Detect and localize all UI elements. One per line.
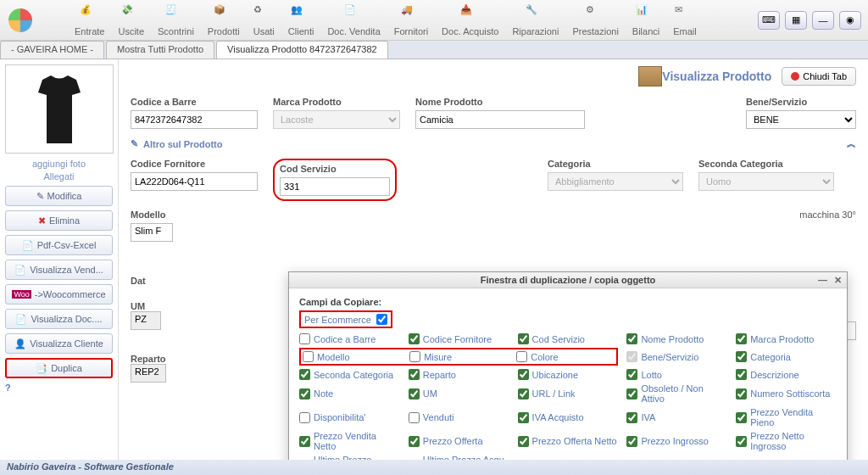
checkbox-url[interactable]: [518, 388, 529, 400]
checkbox-codice_barre[interactable]: [299, 333, 310, 344]
toolbar-entrate[interactable]: 💰Entrate: [75, 4, 104, 36]
bene-select[interactable]: BENE: [746, 110, 856, 129]
modal-minimize[interactable]: —: [818, 275, 827, 286]
categoria-select[interactable]: Abbigliamento: [548, 172, 683, 191]
tab-view-product[interactable]: Visualizza Prodotto 8472372647382: [216, 41, 388, 59]
check-cod-servizio[interactable]: Cod Servizio: [518, 333, 619, 344]
checkbox-obsoleto[interactable]: [626, 388, 637, 400]
attachments-link[interactable]: Allegati: [5, 171, 113, 182]
view-client-button[interactable]: 👤Visualizza Cliente: [5, 333, 113, 354]
checkbox-seconda_categoria[interactable]: [299, 369, 310, 380]
tile-button[interactable]: ▦: [785, 11, 807, 30]
checkbox-codice_fornitore[interactable]: [409, 333, 420, 344]
toolbar-doc--acquisto[interactable]: 📥Doc. Acquisto: [442, 4, 498, 36]
checkbox-misure[interactable]: [409, 351, 420, 362]
help-icon[interactable]: ?: [5, 383, 113, 393]
toolbar-usati[interactable]: ♻Usati: [253, 4, 275, 36]
checkbox-marca_prodotto[interactable]: [736, 333, 747, 344]
check-ricarico[interactable]: %Ricarico: [518, 455, 619, 460]
toolbar-fornitori[interactable]: 🚚Fornitori: [394, 4, 428, 36]
checkbox-pv_pieno[interactable]: [736, 412, 747, 423]
check-pv-netto[interactable]: Prezzo Vendita Netto: [299, 431, 400, 451]
checkbox-modello[interactable]: [303, 351, 314, 362]
checkbox-bene_servizio[interactable]: [626, 351, 637, 362]
check-iva-acq[interactable]: IVA Acquisto: [518, 407, 619, 428]
check-lotto[interactable]: Lotto: [626, 369, 727, 380]
check-ult-prezzo-acq-netto[interactable]: Ultimo Prezzo Acqu. Netto: [409, 455, 509, 460]
duplica-button[interactable]: 📑Duplica: [5, 358, 113, 378]
check-p-ingrosso[interactable]: Prezzo Ingrosso: [626, 431, 727, 451]
toolbar-email[interactable]: ✉Email: [673, 4, 697, 36]
check-codice-barre[interactable]: Codice a Barre: [299, 333, 400, 344]
checkbox-um[interactable]: [409, 388, 420, 400]
check-iva[interactable]: IVA: [626, 407, 727, 428]
check-reparto[interactable]: Reparto: [409, 369, 509, 380]
check-disponibilita[interactable]: Disponibilita': [299, 407, 400, 428]
toolbar-prestazioni[interactable]: ⚙Prestazioni: [572, 4, 618, 36]
checkbox-ubicazione[interactable]: [518, 369, 529, 380]
checkbox-iva[interactable]: [626, 412, 637, 423]
checkbox-ult_prezzo_acq[interactable]: [299, 460, 310, 461]
check-p-offerta[interactable]: Prezzo Offerta: [409, 431, 509, 451]
checkbox-p_offerta[interactable]: [409, 436, 420, 447]
check-num-sotto[interactable]: Numero Sottiscorta: [736, 383, 837, 404]
um-input[interactable]: PZ: [131, 311, 161, 330]
keyboard-button[interactable]: ⌨: [758, 11, 780, 30]
check-seconda-categoria[interactable]: Seconda Categoria: [299, 369, 400, 380]
checkbox-iva_acq[interactable]: [518, 412, 529, 423]
check-note[interactable]: Note: [299, 383, 400, 404]
toolbar-riparazioni[interactable]: 🔧Riparazioni: [512, 4, 559, 36]
checkbox-disponibilita[interactable]: [299, 412, 310, 423]
check-data-scad[interactable]: Data Scadenza: [626, 455, 727, 460]
close-tab-button[interactable]: Chiudi Tab: [782, 67, 856, 86]
check-bene-servizio[interactable]: Bene/Servizio: [626, 348, 727, 366]
modello-input[interactable]: Slim F: [131, 223, 173, 242]
view-doc-button[interactable]: 📄Visualizza Doc....: [5, 309, 113, 329]
check-pv-pieno[interactable]: Prezzo Vendita Pieno: [736, 407, 837, 428]
check-colore[interactable]: Colore: [516, 351, 615, 362]
cod-fornitore-input[interactable]: [131, 172, 258, 191]
toolbar-scontrini[interactable]: 🧾Scontrini: [158, 4, 194, 36]
marca-select[interactable]: Lacoste: [273, 110, 400, 129]
pdfcsv-button[interactable]: 📄Pdf-Csv-Excel: [5, 235, 113, 255]
elimina-button[interactable]: ✖Elimina: [5, 210, 113, 231]
toolbar-uscite[interactable]: 💸Uscite: [118, 4, 144, 36]
circle-button[interactable]: ◉: [839, 11, 861, 30]
checkbox-data_scad[interactable]: [626, 460, 637, 461]
checkbox-reparto[interactable]: [409, 369, 420, 380]
toolbar-prodotti[interactable]: 📦Prodotti: [208, 4, 240, 36]
check-nome-prodotto[interactable]: Nome Prodotto: [626, 333, 727, 344]
check-descrizione[interactable]: Descrizione: [736, 369, 837, 380]
checkbox-note[interactable]: [299, 388, 310, 400]
checkbox-categoria[interactable]: [736, 351, 747, 362]
add-photo-link[interactable]: aggiungi foto: [5, 159, 113, 169]
toolbar-clienti[interactable]: 👥Clienti: [288, 4, 314, 36]
check-ult-prezzo-acq[interactable]: Ultimo Prezzo Acquisto: [299, 455, 400, 460]
checkbox-ricarico[interactable]: [518, 460, 529, 461]
check-misure[interactable]: Misure: [409, 351, 508, 362]
checkbox-nome_prodotto[interactable]: [626, 333, 637, 344]
tab-home[interactable]: - GAVEIRA HOME -: [0, 41, 104, 59]
check-venduti[interactable]: Venduti: [409, 407, 509, 428]
checkbox-pv_netto[interactable]: [299, 436, 310, 447]
check-ubicazione[interactable]: Ubicazione: [518, 369, 619, 380]
checkbox-lotto[interactable]: [626, 369, 637, 380]
check-obsoleto[interactable]: Obsoleto / Non Attivo: [626, 383, 727, 404]
checkbox-cod_servizio[interactable]: [518, 333, 529, 344]
codice-barre-input[interactable]: [131, 110, 258, 129]
check-codice-fornitore[interactable]: Codice Fornitore: [409, 333, 509, 344]
tab-all-products[interactable]: Mostra Tutti Prodotto: [106, 41, 214, 59]
toolbar-bilanci[interactable]: 📊Bilanci: [632, 4, 659, 36]
cod-servizio-input[interactable]: [280, 177, 390, 196]
checkbox-colore[interactable]: [516, 351, 527, 362]
per-ecommerce-check[interactable]: [376, 314, 387, 325]
modal-close[interactable]: ✕: [834, 275, 842, 286]
checkbox-p_netto_ingr[interactable]: [736, 436, 747, 447]
modifica-button[interactable]: ✎Modifica: [5, 186, 113, 206]
checkbox-descrizione[interactable]: [736, 369, 747, 380]
checkbox-ult_prezzo_acq_netto[interactable]: [409, 460, 420, 461]
checkbox-venduti[interactable]: [409, 412, 420, 423]
check-um[interactable]: UM: [409, 383, 509, 404]
check-p-off-netto[interactable]: Prezzo Offerta Netto: [518, 431, 619, 451]
check-url[interactable]: URL / Link: [518, 383, 619, 404]
